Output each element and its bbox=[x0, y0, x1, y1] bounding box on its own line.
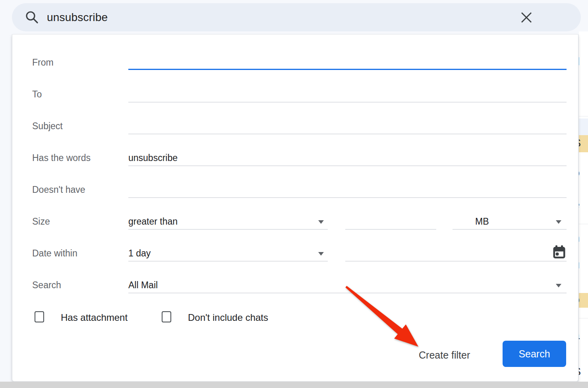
has-words-label: Has the words bbox=[32, 153, 91, 163]
from-input[interactable] bbox=[128, 69, 567, 70]
create-filter-button[interactable]: Create filter bbox=[419, 349, 470, 361]
background-separator bbox=[579, 318, 588, 318]
date-input[interactable] bbox=[345, 261, 567, 262]
background-text-fragment: o bbox=[579, 167, 580, 179]
size-operator-select-value[interactable]: greater than bbox=[128, 216, 178, 227]
size-operator-select[interactable] bbox=[128, 229, 328, 230]
has-words-input-value[interactable]: unsubscribe bbox=[128, 153, 178, 163]
to-input[interactable] bbox=[128, 102, 567, 103]
chevron-down-icon[interactable] bbox=[318, 220, 324, 224]
doesnt-have-label: Doesn't have bbox=[32, 184, 85, 195]
chevron-down-icon[interactable] bbox=[556, 220, 561, 224]
calendar-icon[interactable] bbox=[553, 245, 566, 260]
background-text-fragment: u bbox=[579, 259, 580, 271]
background-text-fragment: o bbox=[579, 294, 580, 306]
background-text-fragment: e bbox=[579, 199, 580, 211]
size-unit-select-value[interactable]: MB bbox=[475, 216, 489, 227]
search-filter-dialog: From To Subject Has the words unsubscrib… bbox=[12, 34, 578, 382]
has-attachment-checkbox[interactable] bbox=[35, 311, 44, 322]
background-text-fragment: d bbox=[579, 56, 580, 68]
background-text-fragment: S bbox=[579, 366, 581, 378]
background-text-fragment: a bbox=[579, 330, 580, 342]
background-mail-list-sliver: d S o e n u o a S bbox=[579, 31, 588, 382]
search-input-value[interactable]: unsubscribe bbox=[47, 3, 108, 31]
close-icon[interactable] bbox=[520, 11, 533, 24]
background-separator bbox=[579, 116, 588, 116]
size-unit-select[interactable] bbox=[453, 229, 567, 230]
dont-include-chats-label[interactable]: Don't include chats bbox=[188, 312, 268, 323]
size-label: Size bbox=[32, 216, 50, 227]
has-attachment-label[interactable]: Has attachment bbox=[61, 312, 128, 323]
to-label: To bbox=[32, 89, 42, 100]
chevron-down-icon[interactable] bbox=[318, 252, 324, 256]
date-range-select[interactable] bbox=[128, 261, 328, 262]
background-text-fragment: n bbox=[579, 232, 580, 244]
background-separator bbox=[579, 224, 588, 224]
background-row-band bbox=[579, 118, 588, 135]
from-label: From bbox=[32, 57, 54, 68]
background-text-fragment: S bbox=[579, 137, 581, 149]
chevron-down-icon[interactable] bbox=[556, 284, 561, 287]
date-range-select-value[interactable]: 1 day bbox=[128, 248, 151, 259]
search-scope-select[interactable] bbox=[128, 293, 567, 293]
search-scope-select-value[interactable]: All Mail bbox=[128, 280, 158, 291]
size-amount-input[interactable] bbox=[345, 229, 436, 230]
dont-include-chats-checkbox[interactable] bbox=[162, 311, 171, 322]
gmail-search-filter-screen: d S o e n u o a S unsubscribe From To Su… bbox=[0, 0, 588, 388]
search-scope-label: Search bbox=[32, 280, 61, 291]
subject-label: Subject bbox=[32, 121, 63, 132]
subject-input[interactable] bbox=[128, 134, 567, 134]
background-shadow-strip bbox=[0, 382, 588, 388]
date-within-label: Date within bbox=[32, 248, 77, 259]
background-highlight-band bbox=[579, 293, 588, 308]
has-words-input[interactable] bbox=[128, 165, 567, 166]
search-bar[interactable]: unsubscribe bbox=[12, 3, 581, 31]
doesnt-have-input[interactable] bbox=[128, 197, 567, 198]
search-icon bbox=[25, 10, 39, 25]
search-button[interactable]: Search bbox=[503, 341, 566, 367]
